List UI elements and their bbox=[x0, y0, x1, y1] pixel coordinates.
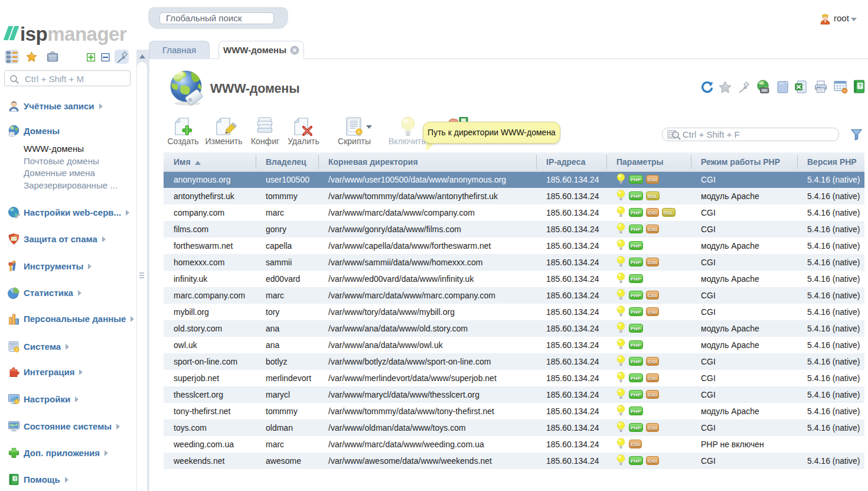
svg-text:?: ? bbox=[14, 476, 17, 482]
svg-text:?: ? bbox=[859, 83, 862, 89]
